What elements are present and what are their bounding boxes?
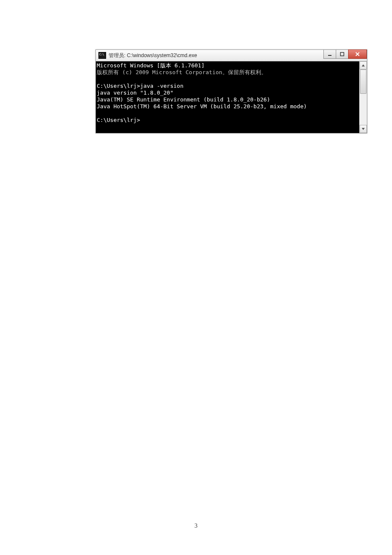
maximize-icon [340,52,344,56]
terminal-output[interactable]: Microsoft Windows [版本 6.1.7601] 版权所有 (c)… [96,61,359,133]
terminal-line: Java(TM) SE Runtime Environment (build 1… [97,96,270,103]
svg-rect-1 [340,52,344,56]
titlebar[interactable]: 管理员: C:\windows\system32\cmd.exe [96,50,367,61]
cmd-icon [98,52,106,59]
scroll-up-button[interactable] [360,61,367,69]
svg-rect-0 [328,55,331,56]
chevron-down-icon [361,127,365,131]
close-button[interactable] [348,49,367,59]
terminal-line: 版权所有 (c) 2009 Microsoft Corporation。保留所有… [97,69,267,75]
terminal-area: Microsoft Windows [版本 6.1.7601] 版权所有 (c)… [96,61,367,133]
scroll-track[interactable] [360,69,367,125]
scroll-thumb[interactable] [360,69,366,94]
maximize-button[interactable] [336,49,349,59]
terminal-line: C:\Users\lrj>java -version [97,83,184,89]
scroll-down-button[interactable] [360,125,367,133]
close-icon [355,52,360,56]
minimize-button[interactable] [323,49,336,59]
terminal-line: Java HotSpot(TM) 64-Bit Server VM (build… [97,103,307,110]
document-page: 管理员: C:\windows\system32\cmd.exe Microso… [0,0,392,555]
terminal-line: Microsoft Windows [版本 6.1.7601] [97,62,205,69]
window-title: 管理员: C:\windows\system32\cmd.exe [109,52,197,59]
scrollbar[interactable] [359,61,367,133]
chevron-up-icon [361,64,365,67]
terminal-line: java version "1.8.0_20" [97,90,173,96]
cmd-window: 管理员: C:\windows\system32\cmd.exe Microso… [95,49,367,133]
minimize-icon [328,52,332,56]
terminal-line: C:\Users\lrj> [97,117,140,123]
window-controls [324,49,367,58]
page-number: 3 [0,523,392,529]
